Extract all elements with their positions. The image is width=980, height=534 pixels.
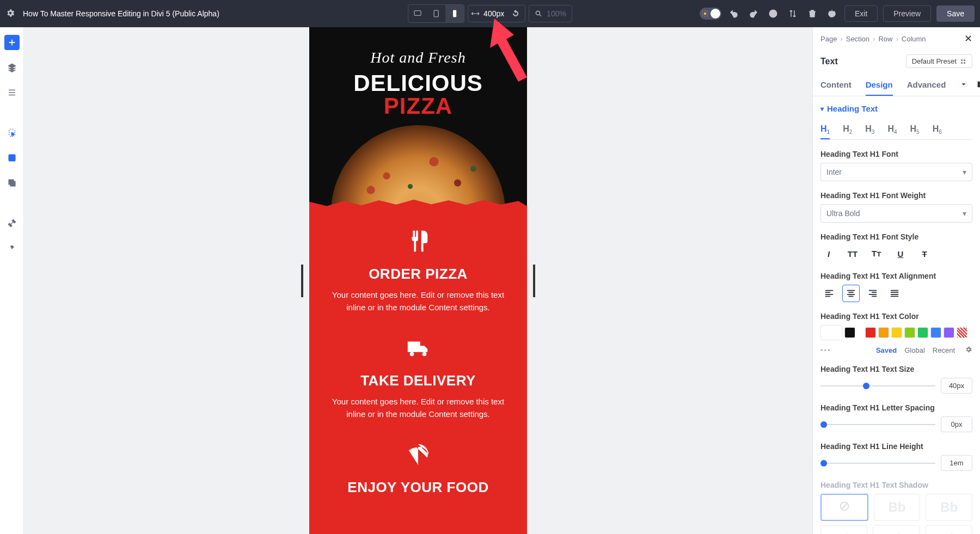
swatch-lime[interactable]	[904, 327, 915, 338]
colors-tab-recent[interactable]: Recent	[933, 346, 955, 354]
layers-alt-button[interactable]	[4, 175, 20, 191]
h2-tab[interactable]: H2	[843, 121, 852, 139]
swatch-none[interactable]	[957, 327, 967, 338]
view-tablet-button[interactable]	[427, 5, 445, 22]
tools-button[interactable]	[4, 216, 20, 231]
h1-tab[interactable]: H1	[820, 121, 830, 139]
italic-button[interactable]: I	[820, 245, 837, 262]
align-justify-button[interactable]	[886, 285, 903, 302]
pizza-slice-icon	[406, 442, 431, 472]
size-input[interactable]: 40px	[941, 378, 972, 394]
swatch-yellow[interactable]	[891, 327, 902, 338]
chevron-down-icon[interactable]	[960, 81, 967, 90]
section-body: Your content goes here. Edit or remove t…	[326, 396, 511, 420]
lineheight-input[interactable]: 1em	[941, 455, 972, 471]
color-settings-icon[interactable]	[965, 346, 972, 355]
spacing-input[interactable]: 0px	[941, 416, 972, 432]
align-left-button[interactable]	[820, 285, 838, 302]
size-slider[interactable]	[820, 385, 935, 386]
click-mode-button[interactable]	[4, 125, 20, 140]
align-center-button[interactable]	[842, 285, 860, 302]
weight-select[interactable]: Ultra Bold	[820, 204, 972, 223]
reset-width-button[interactable]	[509, 5, 523, 22]
hover-mode-button[interactable]	[4, 150, 20, 165]
current-color-swatch[interactable]	[820, 325, 842, 340]
font-label: Heading Text H1 Font	[820, 150, 972, 158]
h4-tab[interactable]: H4	[887, 121, 897, 139]
swatch-red[interactable]	[865, 327, 876, 338]
settings-panel: Page› Section› Row› Column ✕ Text Defaul…	[812, 27, 980, 534]
shadow-label: Heading Text H1 Text Shadow	[820, 481, 972, 489]
accordion-heading-text[interactable]: Heading Text	[820, 104, 972, 113]
view-desktop-button[interactable]	[408, 5, 427, 22]
layers-button[interactable]	[4, 60, 20, 75]
viewport-width-input[interactable]: 400px	[468, 5, 525, 22]
list-button[interactable]	[4, 85, 20, 100]
resize-handle-left[interactable]	[301, 265, 303, 297]
zoom-input[interactable]: 100%	[529, 5, 572, 22]
resize-handle-right[interactable]	[533, 265, 535, 297]
redo-button[interactable]	[746, 7, 761, 21]
svg-point-3	[536, 11, 540, 15]
swatch-green[interactable]	[917, 327, 928, 338]
svg-rect-8	[10, 181, 15, 186]
truck-icon	[406, 335, 431, 366]
swatch-orange[interactable]	[878, 327, 889, 338]
exit-button[interactable]: Exit	[844, 5, 878, 22]
tab-content[interactable]: Content	[820, 75, 852, 96]
undo-button[interactable]	[727, 7, 741, 21]
hero-subtitle[interactable]: Hot and Fresh	[309, 49, 527, 66]
underline-button[interactable]: U	[892, 245, 909, 262]
section-body: Your content goes here. Edit or remove t…	[326, 289, 511, 314]
responsive-icon[interactable]	[975, 81, 980, 90]
preset-selector[interactable]: Default Preset	[906, 54, 972, 68]
close-icon[interactable]: ✕	[964, 33, 972, 45]
h6-tab[interactable]: H6	[933, 121, 942, 139]
shadow-none[interactable]	[820, 494, 868, 521]
section-delivery[interactable]: TAKE DELIVERY Your content goes here. Ed…	[309, 314, 527, 420]
font-select[interactable]: Inter	[820, 163, 972, 181]
strikethrough-button[interactable]: T	[916, 245, 933, 262]
swatch-black[interactable]	[844, 327, 855, 338]
swatch-blue[interactable]	[930, 327, 941, 338]
shadow-preset-1[interactable]: Bb	[874, 494, 921, 521]
lineheight-slider[interactable]	[820, 463, 935, 464]
swatch-purple[interactable]	[944, 327, 954, 338]
theme-toggle[interactable]	[700, 8, 721, 20]
h3-tab[interactable]: H3	[865, 121, 874, 139]
shadow-preset-4[interactable]: Bb	[873, 525, 920, 534]
trash-button[interactable]	[805, 7, 819, 21]
spacing-slider[interactable]	[820, 424, 935, 425]
help-button[interactable]	[4, 241, 20, 256]
zoom-value: 100%	[547, 9, 566, 18]
tab-advanced[interactable]: Advanced	[907, 75, 946, 96]
smallcaps-button[interactable]: Tᴛ	[868, 245, 885, 262]
colors-tab-global[interactable]: Global	[904, 346, 925, 354]
align-right-button[interactable]	[864, 285, 881, 302]
hero-headline[interactable]: DELICIOUS PIZZA	[309, 72, 527, 118]
canvas-area[interactable]: Hot and Fresh DELICIOUS PIZZA ORDER PIZZ…	[24, 27, 812, 534]
gear-icon[interactable]	[5, 8, 15, 20]
shadow-preset-2[interactable]: Bb	[926, 494, 972, 521]
sort-button[interactable]	[786, 7, 800, 21]
topbar: How To Master Responsive Editing in Divi…	[0, 0, 980, 27]
save-button[interactable]: Save	[936, 5, 975, 22]
section-title: ORDER PIZZA	[326, 266, 511, 283]
shadow-preset-3[interactable]: Bb	[820, 525, 867, 534]
colors-tab-saved[interactable]: Saved	[876, 346, 897, 354]
heading-level-tabs: H1 H2 H3 H4 H5 H6	[820, 121, 972, 140]
history-button[interactable]	[766, 7, 780, 21]
section-enjoy[interactable]: ENJOY YOUR FOOD	[309, 420, 527, 496]
tab-design[interactable]: Design	[866, 75, 893, 96]
uppercase-button[interactable]: TT	[844, 245, 861, 262]
view-mobile-button[interactable]	[445, 5, 464, 22]
shadow-preset-5[interactable]: Bb	[926, 525, 972, 534]
power-button[interactable]	[825, 7, 839, 21]
add-button[interactable]	[4, 35, 20, 50]
breadcrumb[interactable]: Page› Section› Row› Column	[820, 35, 926, 43]
section-order[interactable]: ORDER PIZZA Your content goes here. Edit…	[309, 207, 527, 314]
h5-tab[interactable]: H5	[910, 121, 920, 139]
preview-button[interactable]: Preview	[883, 5, 931, 22]
mobile-preview[interactable]: Hot and Fresh DELICIOUS PIZZA ORDER PIZZ…	[309, 27, 527, 534]
more-colors-icon[interactable]: •••	[820, 346, 831, 354]
